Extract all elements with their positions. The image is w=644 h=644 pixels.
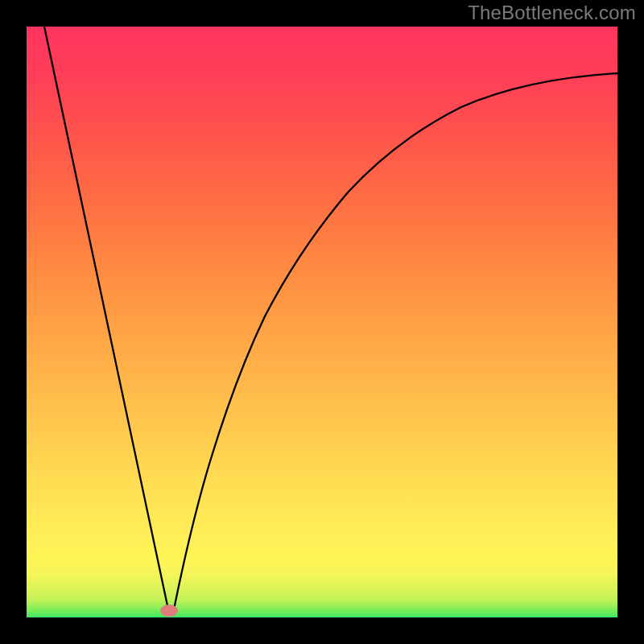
bottleneck-curve — [27, 27, 617, 617]
curve-left-branch — [44, 27, 168, 609]
chart-frame: TheBottleneck.com — [0, 0, 644, 644]
plot-area — [27, 27, 617, 617]
curve-right-branch — [174, 73, 617, 609]
min-point-marker — [160, 605, 178, 617]
watermark-text: TheBottleneck.com — [468, 2, 636, 24]
